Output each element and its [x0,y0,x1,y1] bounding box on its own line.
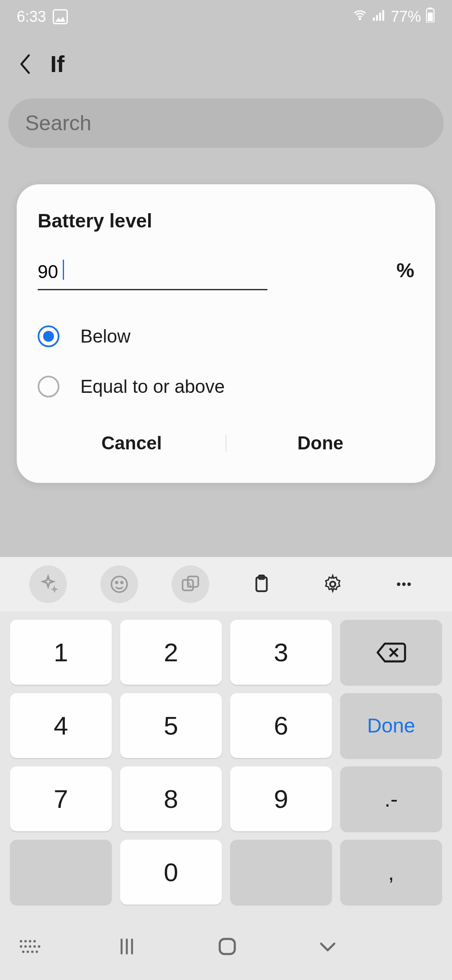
svg-point-29 [33,945,36,948]
svg-point-8 [111,576,127,592]
key-backspace[interactable] [340,620,442,685]
nav-tray [0,913,452,980]
key-4[interactable]: 4 [10,693,112,758]
radio-label: Below [80,326,131,347]
svg-point-33 [31,951,33,953]
svg-point-16 [330,582,336,587]
search-placeholder: Search [25,111,427,135]
back-button[interactable] [17,56,33,72]
svg-rect-4 [382,10,384,21]
keyboard-mode-icon[interactable] [17,934,42,959]
key-8[interactable]: 8 [120,766,222,831]
key-comma[interactable]: , [340,840,442,905]
key-6[interactable]: 6 [230,693,332,758]
key-9[interactable]: 9 [230,766,332,831]
status-bar: 6:33 77% [0,0,452,34]
key-1[interactable]: 1 [10,620,112,685]
svg-rect-7 [428,13,433,21]
nav-home[interactable] [215,934,240,959]
key-dotdash[interactable]: .- [340,766,442,831]
signal-icon [372,8,387,26]
page-title: If [50,50,64,77]
dialog-actions: Cancel Done [38,424,414,462]
input-row: % [38,257,414,290]
keyboard-toolbar: A [0,557,452,611]
numeric-keyboard: 1 2 3 4 5 6 Done 7 8 9 .- 0 , [0,611,452,913]
key-3[interactable]: 3 [230,620,332,685]
nav-back-chevron[interactable] [315,934,340,959]
key-2[interactable]: 2 [120,620,222,685]
key-7[interactable]: 7 [10,766,112,831]
svg-point-24 [29,940,31,943]
svg-point-18 [402,583,406,586]
key-5[interactable]: 5 [120,693,222,758]
clipboard-tool[interactable] [243,565,280,603]
emoji-tool[interactable] [100,565,138,603]
svg-point-27 [24,945,27,948]
svg-point-32 [27,951,29,953]
svg-rect-38 [220,939,235,954]
battery-level-dialog: Battery level % Below Equal to or above … [17,184,435,483]
svg-point-17 [397,583,400,586]
svg-point-30 [38,945,41,948]
radio-icon-selected [38,325,59,347]
svg-point-0 [359,18,360,19]
cancel-button[interactable]: Cancel [38,424,226,462]
svg-rect-2 [376,15,378,21]
svg-point-26 [20,945,22,948]
status-battery-pct: 77% [391,8,421,26]
radio-label: Equal to or above [80,376,225,397]
wifi-icon [352,8,367,26]
svg-point-28 [29,945,31,948]
key-done[interactable]: Done [340,693,442,758]
svg-point-22 [20,940,22,943]
search-input[interactable]: Search [8,98,444,148]
battery-value-input[interactable] [38,257,267,290]
radio-icon [38,376,59,397]
svg-rect-1 [373,18,375,21]
key-0[interactable]: 0 [120,840,222,905]
more-tool[interactable] [385,565,423,603]
status-time: 6:33 [17,8,46,26]
key-blank-right[interactable] [230,840,332,905]
battery-icon [425,8,435,26]
percent-label: % [396,259,414,290]
svg-point-9 [116,582,118,583]
text-cursor [63,260,64,280]
svg-point-34 [36,951,38,953]
svg-text:A: A [187,581,192,589]
key-blank-left[interactable] [10,840,112,905]
page-header: If [0,34,452,86]
done-button[interactable]: Done [226,424,414,462]
svg-rect-3 [379,13,381,21]
radio-option-below[interactable]: Below [38,311,414,361]
svg-point-31 [22,951,25,953]
status-left: 6:33 [17,8,68,26]
svg-point-23 [24,940,27,943]
image-notification-icon [53,9,68,24]
sparkle-tool[interactable] [29,565,67,603]
input-wrap [38,257,384,290]
svg-point-25 [33,940,36,943]
svg-point-19 [407,583,411,586]
dialog-title: Battery level [38,209,414,232]
settings-tool[interactable] [314,565,352,603]
svg-point-10 [121,582,123,583]
radio-option-equal-above[interactable]: Equal to or above [38,361,414,412]
nav-recents[interactable] [114,934,139,959]
translate-tool[interactable]: A [172,565,209,603]
status-right: 77% [352,8,435,26]
